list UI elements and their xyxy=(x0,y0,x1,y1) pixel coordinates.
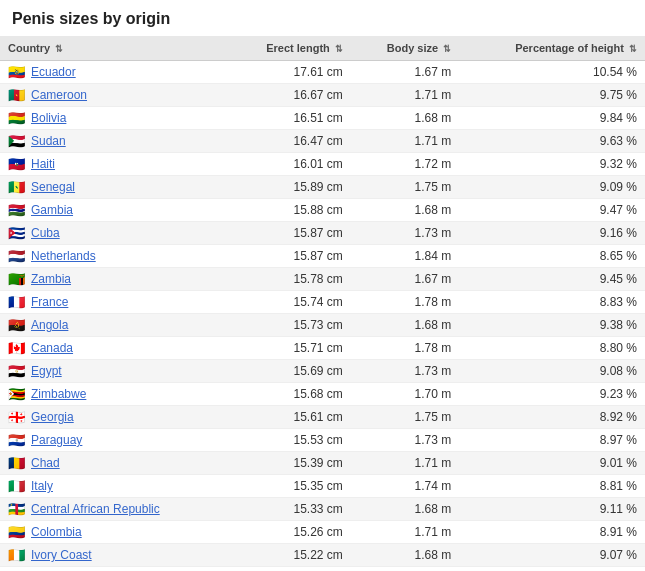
body-size-cell: 1.67 m xyxy=(351,61,459,84)
country-cell: 🇸🇩Sudan xyxy=(0,130,226,153)
percentage-cell: 8.69 % xyxy=(459,567,645,572)
country-cell: 🇧🇷Brazil xyxy=(0,567,226,572)
erect-length-cell: 16.51 cm xyxy=(226,107,351,130)
country-link[interactable]: Ecuador xyxy=(31,65,76,79)
table-row: 🇵🇾Paraguay15.53 cm1.73 m8.97 % xyxy=(0,429,645,452)
country-link[interactable]: Gambia xyxy=(31,203,73,217)
percentage-cell: 8.92 % xyxy=(459,406,645,429)
table-row: 🇪🇬Egypt15.69 cm1.73 m9.08 % xyxy=(0,360,645,383)
body-size-cell: 1.71 m xyxy=(351,521,459,544)
erect-length-cell: 16.01 cm xyxy=(226,153,351,176)
body-size-cell: 1.78 m xyxy=(351,337,459,360)
percentage-cell: 8.83 % xyxy=(459,291,645,314)
body-size-cell: 1.78 m xyxy=(351,291,459,314)
country-link[interactable]: Paraguay xyxy=(31,433,82,447)
country-link[interactable]: Ivory Coast xyxy=(31,548,92,562)
country-link[interactable]: Georgia xyxy=(31,410,74,424)
country-cell: 🇪🇨Ecuador xyxy=(0,61,226,84)
column-header-country[interactable]: Country ⇅ xyxy=(0,36,226,61)
flag-icon: 🇨🇫 xyxy=(8,503,26,515)
percentage-cell: 8.80 % xyxy=(459,337,645,360)
country-link[interactable]: Sudan xyxy=(31,134,66,148)
sort-icon-erect-length: ⇅ xyxy=(335,44,343,54)
table-row: 🇪🇨Ecuador17.61 cm1.67 m10.54 % xyxy=(0,61,645,84)
flag-icon: 🇿🇲 xyxy=(8,273,26,285)
percentage-cell: 9.23 % xyxy=(459,383,645,406)
country-cell: 🇧🇴Bolivia xyxy=(0,107,226,130)
country-link[interactable]: Central African Republic xyxy=(31,502,160,516)
country-link[interactable]: Angola xyxy=(31,318,68,332)
flag-icon: 🇸🇩 xyxy=(8,135,26,147)
country-link[interactable]: Haiti xyxy=(31,157,55,171)
table-row: 🇧🇴Bolivia16.51 cm1.68 m9.84 % xyxy=(0,107,645,130)
body-size-cell: 1.72 m xyxy=(351,153,459,176)
body-size-cell: 1.75 m xyxy=(351,567,459,572)
erect-length-cell: 15.88 cm xyxy=(226,199,351,222)
country-link[interactable]: Senegal xyxy=(31,180,75,194)
erect-length-cell: 16.67 cm xyxy=(226,84,351,107)
flag-icon: 🇭🇹 xyxy=(8,158,26,170)
flag-icon: 🇨🇲 xyxy=(8,89,26,101)
country-link[interactable]: Egypt xyxy=(31,364,62,378)
body-size-cell: 1.73 m xyxy=(351,429,459,452)
flag-icon: 🇨🇦 xyxy=(8,342,26,354)
column-header-erect-length[interactable]: Erect length ⇅ xyxy=(226,36,351,61)
table-row: 🇭🇹Haiti16.01 cm1.72 m9.32 % xyxy=(0,153,645,176)
body-size-cell: 1.68 m xyxy=(351,498,459,521)
erect-length-cell: 15.71 cm xyxy=(226,337,351,360)
country-cell: 🇿🇲Zambia xyxy=(0,268,226,291)
flag-icon: 🇮🇹 xyxy=(8,480,26,492)
country-link[interactable]: Colombia xyxy=(31,525,82,539)
body-size-cell: 1.70 m xyxy=(351,383,459,406)
percentage-cell: 8.65 % xyxy=(459,245,645,268)
country-link[interactable]: France xyxy=(31,295,68,309)
country-link[interactable]: Zambia xyxy=(31,272,71,286)
country-cell: 🇳🇱Netherlands xyxy=(0,245,226,268)
country-link[interactable]: Netherlands xyxy=(31,249,96,263)
country-cell: 🇿🇼Zimbabwe xyxy=(0,383,226,406)
erect-length-cell: 15.87 cm xyxy=(226,245,351,268)
flag-icon: 🇸🇳 xyxy=(8,181,26,193)
table-row: 🇨🇴Colombia15.26 cm1.71 m8.91 % xyxy=(0,521,645,544)
country-cell: 🇨🇦Canada xyxy=(0,337,226,360)
country-link[interactable]: Chad xyxy=(31,456,60,470)
country-link[interactable]: Bolivia xyxy=(31,111,66,125)
percentage-cell: 9.63 % xyxy=(459,130,645,153)
percentage-cell: 9.08 % xyxy=(459,360,645,383)
column-header-body-size[interactable]: Body size ⇅ xyxy=(351,36,459,61)
erect-length-cell: 15.35 cm xyxy=(226,475,351,498)
sort-icon-percentage: ⇅ xyxy=(629,44,637,54)
percentage-cell: 9.32 % xyxy=(459,153,645,176)
country-cell: 🇬🇪Georgia xyxy=(0,406,226,429)
sort-icon-body-size: ⇅ xyxy=(443,44,451,54)
table-row: 🇧🇷Brazil15.22 cm1.75 m8.69 % xyxy=(0,567,645,572)
body-size-cell: 1.75 m xyxy=(351,176,459,199)
flag-icon: 🇪🇨 xyxy=(8,66,26,78)
country-cell: 🇦🇴Angola xyxy=(0,314,226,337)
body-size-cell: 1.71 m xyxy=(351,130,459,153)
percentage-cell: 10.54 % xyxy=(459,61,645,84)
body-size-cell: 1.84 m xyxy=(351,245,459,268)
column-header-percentage[interactable]: Percentage of height ⇅ xyxy=(459,36,645,61)
country-cell: 🇮🇹Italy xyxy=(0,475,226,498)
percentage-cell: 9.38 % xyxy=(459,314,645,337)
erect-length-cell: 16.47 cm xyxy=(226,130,351,153)
table-row: 🇨🇫Central African Republic15.33 cm1.68 m… xyxy=(0,498,645,521)
country-cell: 🇨🇲Cameroon xyxy=(0,84,226,107)
table-row: 🇨🇲Cameroon16.67 cm1.71 m9.75 % xyxy=(0,84,645,107)
country-cell: 🇬🇲Gambia xyxy=(0,199,226,222)
erect-length-cell: 15.87 cm xyxy=(226,222,351,245)
table-row: 🇹🇩Chad15.39 cm1.71 m9.01 % xyxy=(0,452,645,475)
percentage-cell: 9.11 % xyxy=(459,498,645,521)
country-link[interactable]: Cameroon xyxy=(31,88,87,102)
country-cell: 🇵🇾Paraguay xyxy=(0,429,226,452)
percentage-cell: 9.75 % xyxy=(459,84,645,107)
body-size-cell: 1.68 m xyxy=(351,107,459,130)
country-link[interactable]: Cuba xyxy=(31,226,60,240)
country-link[interactable]: Canada xyxy=(31,341,73,355)
country-link[interactable]: Zimbabwe xyxy=(31,387,86,401)
flag-icon: 🇬🇪 xyxy=(8,411,26,423)
country-link[interactable]: Italy xyxy=(31,479,53,493)
body-size-cell: 1.75 m xyxy=(351,406,459,429)
body-size-cell: 1.68 m xyxy=(351,314,459,337)
